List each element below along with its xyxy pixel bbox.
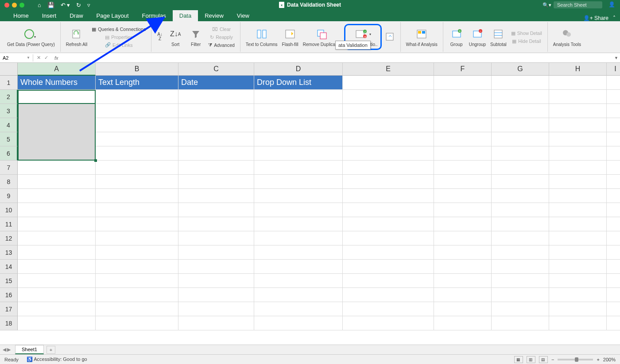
- cell-E17[interactable]: [343, 302, 434, 316]
- cell-I6[interactable]: [607, 146, 620, 161]
- cell-G9[interactable]: [492, 189, 549, 203]
- cell-G7[interactable]: [492, 161, 549, 175]
- column-header-F[interactable]: F: [434, 63, 492, 76]
- cell-E11[interactable]: [343, 217, 434, 231]
- cell-A5[interactable]: [18, 132, 96, 146]
- cell-F4[interactable]: [434, 118, 492, 132]
- column-header-E[interactable]: E: [343, 63, 434, 76]
- cell-A15[interactable]: [18, 274, 96, 288]
- group-button[interactable]: + Group: [447, 26, 466, 48]
- cell-D11[interactable]: [254, 217, 343, 231]
- cell-H3[interactable]: [549, 104, 607, 118]
- name-box[interactable]: A2▼: [0, 54, 33, 61]
- cell-C3[interactable]: [178, 104, 254, 118]
- cell-H8[interactable]: [549, 175, 607, 189]
- cell-I1[interactable]: [607, 76, 620, 90]
- cell-C11[interactable]: [178, 217, 254, 231]
- cell-B5[interactable]: [96, 132, 178, 146]
- cell-C9[interactable]: [178, 189, 254, 203]
- refresh-all-button[interactable]: Refresh All: [64, 26, 89, 48]
- cell-F18[interactable]: [434, 316, 492, 330]
- cell-F8[interactable]: [434, 175, 492, 189]
- cell-C4[interactable]: [178, 118, 254, 132]
- cell-C7[interactable]: [178, 161, 254, 175]
- cell-I14[interactable]: [607, 260, 620, 274]
- cell-E7[interactable]: [343, 161, 434, 175]
- column-header-C[interactable]: C: [178, 63, 254, 76]
- cell-A11[interactable]: [18, 217, 96, 231]
- cancel-formula-icon[interactable]: ✕: [37, 55, 41, 61]
- share-button[interactable]: 👤+ Share: [583, 15, 608, 21]
- cell-C1[interactable]: Date: [178, 76, 254, 90]
- cell-A13[interactable]: [18, 245, 96, 260]
- cell-G15[interactable]: [492, 274, 549, 288]
- save-icon[interactable]: 💾: [47, 2, 54, 8]
- cell-H2[interactable]: [549, 90, 607, 104]
- cell-G3[interactable]: [492, 104, 549, 118]
- cell-B4[interactable]: [96, 118, 178, 132]
- cell-D14[interactable]: [254, 260, 343, 274]
- cell-I16[interactable]: [607, 288, 620, 302]
- cell-C16[interactable]: [178, 288, 254, 302]
- cell-H9[interactable]: [549, 189, 607, 203]
- cell-D10[interactable]: [254, 203, 343, 217]
- cell-A16[interactable]: [18, 288, 96, 302]
- tab-data[interactable]: Data: [173, 10, 198, 21]
- column-header-A[interactable]: A: [18, 63, 96, 76]
- undo-icon[interactable]: ↶ ▾: [61, 2, 70, 8]
- cell-B3[interactable]: [96, 104, 178, 118]
- cell-H16[interactable]: [549, 288, 607, 302]
- cell-I9[interactable]: [607, 189, 620, 203]
- cell-F17[interactable]: [434, 302, 492, 316]
- row-header-13[interactable]: 13: [0, 245, 18, 260]
- cell-I17[interactable]: [607, 302, 620, 316]
- view-page-layout-button[interactable]: ▥: [527, 356, 535, 363]
- cell-I5[interactable]: [607, 132, 620, 146]
- row-header-12[interactable]: 12: [0, 231, 18, 245]
- cell-B2[interactable]: [96, 90, 178, 104]
- cell-I7[interactable]: [607, 161, 620, 175]
- cell-A18[interactable]: [18, 316, 96, 330]
- cell-F9[interactable]: [434, 189, 492, 203]
- cell-H5[interactable]: [549, 132, 607, 146]
- cell-G4[interactable]: [492, 118, 549, 132]
- tab-page-layout[interactable]: Page Layout: [90, 10, 136, 21]
- cell-F10[interactable]: [434, 203, 492, 217]
- cell-H10[interactable]: [549, 203, 607, 217]
- cell-A8[interactable]: [18, 175, 96, 189]
- tab-home[interactable]: Home: [7, 10, 35, 21]
- cell-A4[interactable]: [18, 118, 96, 132]
- cell-F14[interactable]: [434, 260, 492, 274]
- flash-fill-button[interactable]: Flash-fill: [280, 26, 300, 48]
- cell-E10[interactable]: [343, 203, 434, 217]
- cell-E13[interactable]: [343, 245, 434, 260]
- cell-G10[interactable]: [492, 203, 549, 217]
- cell-C8[interactable]: [178, 175, 254, 189]
- cell-D1[interactable]: Drop Down List: [254, 76, 343, 90]
- cell-I8[interactable]: [607, 175, 620, 189]
- cell-F1[interactable]: [434, 76, 492, 90]
- sort-az-button[interactable]: A↓Z: [155, 29, 165, 46]
- cell-B1[interactable]: Text Length: [96, 76, 178, 90]
- row-header-4[interactable]: 4: [0, 118, 18, 132]
- cell-E1[interactable]: [343, 76, 434, 90]
- cell-B18[interactable]: [96, 316, 178, 330]
- cell-B9[interactable]: [96, 189, 178, 203]
- show-detail-button[interactable]: ▦Show Detail: [509, 30, 544, 37]
- cell-F2[interactable]: [434, 90, 492, 104]
- cell-E3[interactable]: [343, 104, 434, 118]
- cell-F3[interactable]: [434, 104, 492, 118]
- cell-D9[interactable]: [254, 189, 343, 203]
- subtotal-button[interactable]: Subtotal: [488, 26, 508, 48]
- row-header-7[interactable]: 7: [0, 161, 18, 175]
- row-header-9[interactable]: 9: [0, 189, 18, 203]
- cell-C18[interactable]: [178, 316, 254, 330]
- row-header-1[interactable]: 1: [0, 76, 18, 90]
- cell-D6[interactable]: [254, 146, 343, 161]
- column-header-B[interactable]: B: [96, 63, 178, 76]
- maximize-window-button[interactable]: [19, 3, 24, 8]
- cell-C2[interactable]: [178, 90, 254, 104]
- ungroup-button[interactable]: − Ungroup: [467, 26, 488, 48]
- row-header-14[interactable]: 14: [0, 260, 18, 274]
- cell-C14[interactable]: [178, 260, 254, 274]
